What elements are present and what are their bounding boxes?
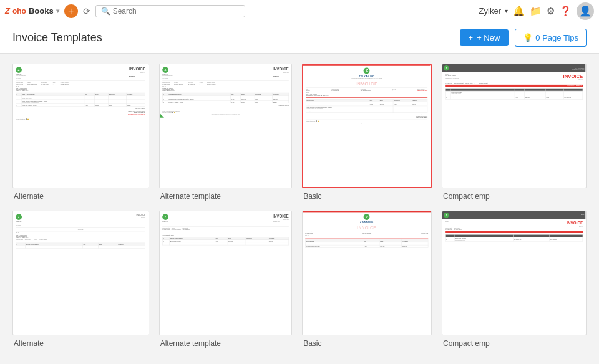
template-card-alternate: Z Zylkar Inc 4747 Sunshine DrivePhiladel… — [12, 64, 149, 201]
add-button[interactable]: + — [64, 4, 78, 18]
avatar[interactable]: 👤 — [577, 2, 594, 20]
template-card-compact-emp2: Z Zylkar 4747 Sunshine Drive Bill To Rob… — [442, 211, 587, 348]
template-preview-compact-emp2[interactable]: Z Zylkar 4747 Sunshine Drive Bill To Rob… — [442, 211, 587, 335]
template-name-basic2: Basic — [302, 339, 432, 348]
template-name-compact-emp2: Compact emp — [442, 339, 587, 348]
user-menu[interactable]: Zylker ▾ — [479, 6, 508, 16]
template-preview-compact-emp[interactable]: Z Zylkar 4747 Sunshine DrivePhiladelphia… — [442, 64, 587, 188]
template-name-compact-emp: Compact emp — [442, 192, 587, 201]
page-tips-button[interactable]: 💡 0 Page Tips — [515, 29, 587, 47]
template-card-alternate2: Z Zylkar Inc 4747 Sunshine DrivePhiladel… — [12, 211, 149, 348]
username: Zylker — [479, 6, 501, 16]
page-tips-label: 0 Page Tips — [535, 33, 578, 42]
template-card-basic: Z ZYLKAR INC 4747 SUNSHINE DRIVE PHILADE… — [302, 64, 432, 201]
new-button[interactable]: + + New — [460, 29, 509, 46]
settings-icon[interactable]: ⚙ — [547, 6, 555, 17]
template-preview-basic[interactable]: Z ZYLKAR INC 4747 SUNSHINE DRIVE PHILADE… — [302, 64, 432, 188]
app-logo[interactable]: Z oho Books ▾ — [5, 6, 59, 16]
template-name-alternate: Alternate — [12, 192, 149, 201]
page-header: Invoice Templates + + New 💡 0 Page Tips — [0, 22, 599, 54]
template-preview-alternate[interactable]: Z Zylkar Inc 4747 Sunshine DrivePhiladel… — [12, 64, 149, 188]
header-actions: + + New 💡 0 Page Tips — [460, 29, 587, 47]
template-preview-basic2[interactable]: Z ZYLKAR INC 4747 SUNSHINE DRIVE INVOICE… — [302, 211, 432, 335]
template-preview-alternate-template[interactable]: Z Zylkar Inc 4747 Sunshine DrivePhiladel… — [159, 64, 293, 188]
template-name-alternate2: Alternate — [12, 339, 149, 348]
plus-icon: + — [469, 33, 474, 42]
template-name-basic: Basic — [302, 192, 432, 201]
main-content: Z Zylkar Inc 4747 Sunshine DrivePhiladel… — [0, 54, 599, 363]
top-navigation: Z oho Books ▾ + ⟳ 🔍 Zylker ▾ 🔔 📁 ⚙ ❓ 👤 — [0, 0, 599, 22]
template-preview-alternate-template2[interactable]: Z Zylkar Inc 4747 Sunshine DrivePhiladel… — [159, 211, 293, 335]
template-preview-alternate2[interactable]: Z Zylkar Inc 4747 Sunshine DrivePhiladel… — [12, 211, 149, 335]
template-card-basic2: Z ZYLKAR INC 4747 SUNSHINE DRIVE INVOICE… — [302, 211, 432, 348]
template-card-alternate-template2: Z Zylkar Inc 4747 Sunshine DrivePhiladel… — [159, 211, 293, 348]
files-icon[interactable]: 📁 — [530, 6, 542, 17]
search-input[interactable] — [113, 7, 240, 16]
refresh-icon[interactable]: ⟳ — [83, 6, 90, 16]
template-card-alternate-template: Z Zylkar Inc 4747 Sunshine DrivePhiladel… — [159, 64, 293, 201]
template-card-compact-emp: Z Zylkar 4747 Sunshine DrivePhiladelphia… — [442, 64, 587, 201]
notification-icon[interactable]: 🔔 — [513, 6, 525, 17]
template-name-alternate-template2: Alternate template — [159, 339, 293, 348]
new-label: + New — [477, 33, 500, 42]
search-icon: 🔍 — [101, 7, 110, 16]
page-title: Invoice Templates — [12, 31, 102, 44]
template-grid: Z Zylkar Inc 4747 Sunshine DrivePhiladel… — [12, 64, 587, 348]
search-bar[interactable]: 🔍 — [95, 5, 245, 17]
help-icon[interactable]: ❓ — [560, 6, 572, 17]
user-dropdown-icon[interactable]: ▾ — [505, 7, 508, 14]
template-name-alternate-template: Alternate template — [159, 192, 293, 201]
lightbulb-icon: 💡 — [523, 33, 533, 42]
nav-icons: 🔔 📁 ⚙ ❓ 👤 — [513, 2, 594, 20]
